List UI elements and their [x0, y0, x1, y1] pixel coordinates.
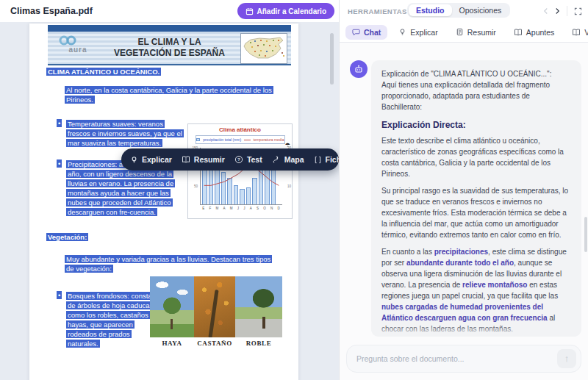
document-title-line1: EL CLIMA Y LA — [105, 37, 234, 48]
tree-photo-labels: HAYA CASTAÑO ROBLE — [150, 340, 282, 347]
pdf-scroll-area[interactable]: aura EL CLIMA Y LA VEGETACIÓN DE ESPAÑA — [0, 22, 339, 380]
vegetation-intro: Muy abundante y variada gracias a las ll… — [65, 254, 279, 273]
route-icon — [272, 155, 281, 164]
tree-photos — [150, 276, 282, 337]
toolbar-resumir-button[interactable]: Resumir — [182, 155, 225, 164]
arrow-up-icon: ↑ — [564, 353, 570, 364]
ai-tools-pane: HERRAMIENTAS IA Estudio Oposiciones Chat… — [340, 0, 588, 380]
spain-map-image — [240, 33, 287, 64]
chart-title: Clima atlántico — [188, 126, 292, 133]
lightbulb-icon — [398, 28, 406, 36]
panel-nav-controls — [543, 0, 582, 22]
question-circle-icon: ? — [234, 155, 243, 164]
add-to-calendar-label: Añadir a Calendario — [257, 7, 326, 15]
bullet-marker: • — [57, 159, 62, 168]
chat-bubble-icon — [352, 28, 360, 36]
message-paragraph-1: Este texto describe el clima atlántico u… — [381, 135, 571, 179]
lightbulb-icon — [130, 156, 138, 164]
haya-photo — [150, 276, 194, 337]
tab-apuntes[interactable]: Apuntes — [507, 25, 562, 40]
toolbar-fichas-button[interactable]: Fichas — [314, 155, 339, 164]
question-input-placeholder: Pregunta sobre el documento... — [356, 354, 557, 363]
month-labels: EFMAMJJASOND — [200, 207, 282, 210]
aura-logo: aura — [55, 35, 101, 54]
precipitation-legend-label: precipitación total (mm) — [203, 137, 241, 142]
rain-cloud-icon: ☂ — [285, 142, 290, 148]
bullet-marker: • — [57, 119, 62, 127]
open-book-icon — [182, 155, 190, 164]
pdf-page: aura EL CLIMA Y LA VEGETACIÓN DE ESPAÑA — [29, 24, 298, 380]
vegetation-heading: Vegetación: — [46, 233, 88, 241]
question-input[interactable]: Pregunta sobre el documento... ↑ — [346, 345, 581, 373]
document-icon — [456, 28, 464, 36]
file-name: Climas España.pdf — [10, 6, 93, 16]
toolbar-explicar-button[interactable]: Explicar — [130, 155, 172, 164]
chat-message-area: Explicación de "CLIMA ATLÁNTICO U OCEÁNI… — [340, 43, 588, 380]
tab-resumir[interactable]: Resumir — [449, 25, 503, 40]
haya-label: HAYA — [150, 340, 194, 347]
add-to-calendar-button[interactable]: Añadir a Calendario — [237, 3, 334, 19]
chat-vertical-scrollbar[interactable] — [584, 217, 587, 252]
roble-photo — [235, 276, 282, 337]
castano-photo — [194, 276, 235, 337]
tab-explicar[interactable]: Explicar — [392, 25, 444, 40]
bullet-bosques: Bosques frondosos: consta de árboles de … — [66, 291, 157, 348]
selection-toolbar: Explicar Resumir ? Test Mapa Fichas × — [121, 148, 339, 171]
toolbar-test-button[interactable]: ? Test — [234, 155, 262, 164]
roble-label: ROBLE — [235, 340, 282, 347]
message-paragraph-2: Su principal rasgo es la suavidad de sus… — [381, 185, 571, 240]
pdf-header-bar: Climas España.pdf Añadir a Calendario — [0, 0, 339, 22]
tab-chat[interactable]: Chat — [345, 25, 387, 40]
fullscreen-icon[interactable] — [574, 7, 582, 15]
climograph-chart: Clima atlántico precipitación total (mm)… — [187, 123, 293, 219]
flashcards-icon — [314, 156, 322, 164]
intro-paragraph: Al norte, en la costa cantábrica, Galici… — [65, 85, 275, 104]
message-heading-explicacion-directa: Explicación Directa: — [381, 120, 571, 131]
assistant-message-bubble: Explicación de "CLIMA ATLÁNTICO U OCEÁNI… — [371, 60, 581, 337]
pdf-vertical-scrollbar[interactable] — [330, 33, 334, 85]
tab-vocabulario[interactable]: Vocabulario — [565, 25, 588, 40]
ai-tools-header: HERRAMIENTAS IA Estudio Oposiciones — [340, 0, 588, 22]
nav-separator — [567, 6, 567, 16]
aura-logo-text: aura — [55, 46, 101, 54]
tool-tab-bar: Chat Explicar Resumir Apuntes Vocabulari… — [340, 22, 588, 43]
chevron-right-icon[interactable] — [555, 7, 560, 15]
section-heading-clima-atlantico: CLIMA ATLÁNTICO U OCEÁNICO. — [46, 68, 161, 76]
document-masthead: aura EL CLIMA Y LA VEGETACIÓN DE ESPAÑA — [48, 32, 291, 65]
message-intro-line1: Explicación de "CLIMA ATLÁNTICO U OCEÁNI… — [381, 68, 571, 79]
chat-footer: Pregunta sobre el documento... ↑ — [340, 337, 588, 380]
assistant-avatar — [350, 60, 368, 78]
pdf-viewer-pane: Climas España.pdf Añadir a Calendario au… — [0, 0, 340, 380]
robot-icon — [354, 64, 364, 74]
ai-tools-title: HERRAMIENTAS IA — [348, 7, 417, 15]
chart-legend: precipitación total (mm) temperatura med… — [196, 135, 285, 144]
castano-label: CASTAÑO — [194, 340, 235, 347]
mode-tab-oposiciones[interactable]: Oposiciones — [452, 4, 509, 16]
message-paragraph-3: En cuanto a las precipitaciones, este cl… — [381, 246, 571, 334]
document-banner-strip — [48, 25, 291, 32]
document-title-line2: VEGETACIÓN DE ESPAÑA — [105, 48, 234, 59]
toolbar-mapa-button[interactable]: Mapa — [272, 155, 304, 164]
mode-tab-estudio[interactable]: Estudio — [409, 4, 452, 16]
open-book-icon — [514, 28, 523, 37]
precipitation-legend-swatch — [196, 138, 201, 141]
temperature-line — [204, 168, 279, 185]
open-book-icon — [572, 28, 581, 37]
bullet-temperaturas: Temperaturas suaves: veranos frescos e i… — [66, 119, 186, 148]
calendar-icon — [245, 7, 254, 15]
mode-switcher: Estudio Oposiciones — [407, 3, 510, 18]
chevron-left-icon[interactable] — [543, 7, 548, 15]
svg-text:?: ? — [237, 157, 240, 162]
message-intro-line2: Aquí tienes una explicación detallada de… — [381, 79, 571, 112]
send-button[interactable]: ↑ — [557, 349, 576, 368]
temperature-legend-swatch — [244, 140, 250, 140]
bullet-marker: • — [57, 291, 62, 299]
document-title: EL CLIMA Y LA VEGETACIÓN DE ESPAÑA — [105, 37, 234, 59]
temperature-legend-label: temperatura media — [254, 137, 284, 142]
